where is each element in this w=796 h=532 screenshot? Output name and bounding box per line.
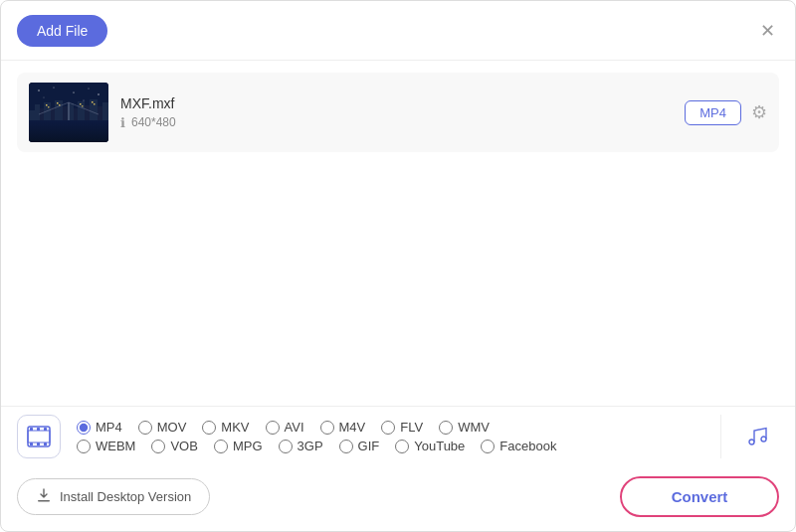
gear-icon: ⚙: [751, 102, 767, 122]
svg-point-1: [38, 89, 39, 90]
close-button[interactable]: ✕: [756, 18, 779, 44]
format-option-facebook[interactable]: Facebook: [481, 439, 556, 453]
format-options: MP4 MOV MKV AVI M4V FLV: [77, 420, 706, 453]
svg-rect-40: [30, 443, 33, 445]
format-option-mov[interactable]: MOV: [138, 420, 187, 435]
divider: [720, 415, 721, 458]
svg-rect-14: [55, 100, 63, 120]
format-option-wmv[interactable]: WMV: [439, 420, 490, 435]
file-actions: MP4 ⚙: [685, 100, 767, 125]
svg-point-3: [73, 91, 74, 92]
svg-rect-43: [38, 500, 50, 502]
format-badge[interactable]: MP4: [685, 100, 741, 125]
format-option-m4v[interactable]: M4V: [320, 420, 366, 435]
svg-rect-15: [63, 106, 68, 120]
file-item: MXF.mxf ℹ 640*480 MP4 ⚙: [17, 73, 779, 152]
svg-rect-25: [57, 102, 59, 104]
audio-format-button[interactable]: [735, 415, 779, 458]
svg-rect-22: [102, 102, 108, 120]
svg-rect-23: [46, 104, 48, 106]
convert-button[interactable]: Convert: [620, 476, 779, 517]
svg-rect-9: [29, 110, 35, 120]
svg-rect-10: [35, 104, 40, 120]
svg-point-5: [98, 93, 99, 94]
format-option-3gp[interactable]: 3GP: [279, 439, 323, 453]
format-row-2: WEBM VOB MPG 3GP GIF YouT: [77, 439, 706, 453]
svg-rect-11: [40, 108, 44, 120]
footer: Install Desktop Version Convert: [1, 466, 795, 531]
format-option-mp4[interactable]: MP4: [77, 420, 122, 435]
bottom-panel: MP4 MOV MKV AVI M4V FLV: [1, 406, 795, 466]
settings-button[interactable]: ⚙: [751, 101, 767, 123]
app-window: Add File ✕: [0, 0, 796, 532]
install-label: Install Desktop Version: [60, 489, 191, 504]
svg-rect-24: [48, 106, 50, 108]
svg-rect-20: [90, 99, 98, 120]
file-meta: ℹ 640*480: [120, 115, 673, 130]
content-area: MXF.mxf ℹ 640*480 MP4 ⚙: [1, 61, 795, 406]
format-option-gif[interactable]: GIF: [339, 439, 380, 453]
svg-rect-19: [85, 105, 90, 120]
format-option-mkv[interactable]: MKV: [202, 420, 249, 435]
info-icon: ℹ: [120, 115, 125, 130]
file-resolution: 640*480: [131, 115, 176, 129]
download-icon: [36, 487, 52, 506]
header: Add File ✕: [1, 1, 795, 61]
svg-rect-27: [80, 103, 82, 105]
format-option-youtube[interactable]: YouTube: [395, 439, 465, 453]
svg-point-2: [54, 88, 55, 89]
svg-rect-39: [44, 428, 47, 431]
svg-point-7: [84, 100, 85, 101]
format-row: MP4 MOV MKV AVI M4V FLV: [1, 407, 795, 466]
svg-rect-29: [92, 101, 94, 103]
format-row-1: MP4 MOV MKV AVI M4V FLV: [77, 420, 706, 435]
file-info: MXF.mxf ℹ 640*480: [120, 95, 673, 130]
music-note-icon: [746, 426, 768, 447]
svg-rect-41: [37, 443, 40, 445]
thumbnail-image: [29, 83, 108, 142]
svg-rect-17: [74, 108, 78, 120]
add-file-button[interactable]: Add File: [17, 15, 107, 47]
svg-rect-34: [29, 120, 108, 142]
file-name: MXF.mxf: [120, 95, 673, 111]
svg-rect-21: [98, 106, 102, 120]
install-desktop-button[interactable]: Install Desktop Version: [17, 478, 210, 515]
film-icon-box[interactable]: [17, 415, 61, 458]
svg-rect-38: [37, 428, 40, 431]
format-option-mpg[interactable]: MPG: [214, 439, 263, 453]
format-option-flv[interactable]: FLV: [381, 420, 423, 435]
svg-point-6: [44, 97, 45, 98]
svg-rect-30: [94, 103, 96, 105]
format-option-avi[interactable]: AVI: [266, 420, 304, 435]
file-thumbnail: [29, 83, 108, 142]
svg-rect-42: [44, 443, 47, 445]
format-option-webm[interactable]: WEBM: [77, 439, 135, 453]
svg-rect-37: [30, 428, 33, 431]
svg-point-4: [89, 89, 90, 89]
svg-rect-36: [28, 431, 50, 443]
film-icon: [27, 426, 51, 447]
download-svg: [36, 487, 52, 503]
format-option-vob[interactable]: VOB: [151, 439, 197, 453]
svg-rect-28: [82, 105, 84, 107]
